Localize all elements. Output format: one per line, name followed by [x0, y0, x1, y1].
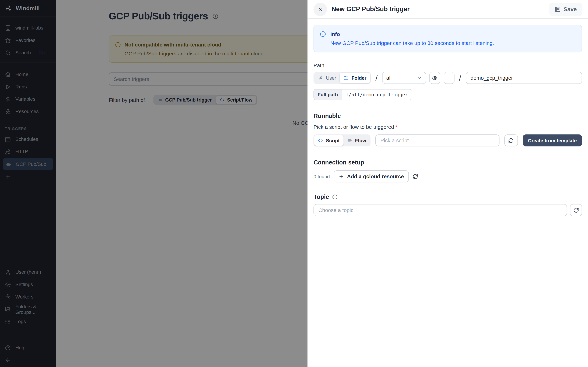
- kind-flow-label: Flow: [355, 138, 366, 143]
- plus-icon: [339, 174, 344, 179]
- close-icon: [318, 7, 323, 12]
- trigger-name-input[interactable]: [466, 72, 582, 84]
- drawer-header: New GCP Pub/Sub trigger Save: [307, 0, 588, 19]
- info-circle-icon[interactable]: [332, 194, 338, 200]
- refresh-icon: [508, 138, 514, 143]
- folder-icon: [344, 75, 349, 81]
- kind-script-option[interactable]: Script: [314, 135, 344, 146]
- info-banner: Info New GCP Pub/Sub trigger can take up…: [313, 25, 582, 52]
- runnable-title: Runnable: [313, 113, 582, 119]
- drawer-title: New GCP Pub/Sub trigger: [331, 5, 410, 13]
- owner-user-option[interactable]: User: [314, 73, 340, 83]
- refresh-script-button[interactable]: [504, 134, 518, 146]
- windmill-app: Windmill windmill-labs Favorites Search …: [0, 0, 588, 367]
- info-title: Info: [330, 31, 340, 37]
- choose-topic-input[interactable]: [313, 204, 567, 216]
- close-button[interactable]: [313, 2, 327, 16]
- create-from-template-button[interactable]: Create from template: [523, 134, 582, 146]
- topic-header: Topic: [313, 194, 582, 200]
- owner-folder-label: Folder: [352, 75, 366, 81]
- plus-icon: [446, 75, 452, 81]
- owner-kind-toggle: User Folder: [313, 72, 371, 84]
- path-label: Path: [313, 62, 582, 68]
- view-folder-button[interactable]: [429, 72, 440, 84]
- full-path-value: f/all/demo_gcp_trigger: [342, 90, 412, 100]
- refresh-icon: [413, 174, 418, 179]
- required-mark: *: [395, 124, 397, 130]
- flow-bars-icon: [347, 138, 353, 143]
- connection-row: 0 found Add a gcloud resource: [313, 170, 582, 183]
- runnable-kind-toggle: Script Flow: [313, 134, 371, 146]
- refresh-icon: [573, 207, 579, 213]
- path-row: User Folder / all /: [313, 72, 582, 84]
- drawer-body: Info New GCP Pub/Sub trigger can take up…: [307, 25, 588, 216]
- user-icon: [318, 75, 323, 81]
- add-gcloud-resource-label: Add a gcloud resource: [347, 173, 404, 179]
- save-icon: [554, 6, 561, 12]
- kind-flow-option[interactable]: Flow: [344, 135, 370, 146]
- path-separator: /: [375, 73, 378, 82]
- owner-folder-option[interactable]: Folder: [340, 73, 370, 83]
- runnable-row: Script Flow Create from template: [313, 134, 582, 146]
- topic-row: [313, 204, 582, 216]
- topic-title: Topic: [313, 194, 329, 200]
- chevron-down-icon: [417, 75, 422, 80]
- folder-select[interactable]: all: [382, 72, 426, 84]
- full-path-badge: Full path f/all/demo_gcp_trigger: [313, 89, 412, 100]
- info-body: New GCP Pub/Sub trigger can take up to 3…: [330, 40, 576, 46]
- resources-found-count: 0 found: [313, 174, 330, 179]
- folder-select-value: all: [386, 75, 391, 81]
- save-button[interactable]: Save: [549, 2, 582, 16]
- kind-script-label: Script: [326, 138, 340, 143]
- add-gcloud-resource-button[interactable]: Add a gcloud resource: [334, 170, 409, 183]
- add-folder-button[interactable]: [444, 72, 454, 84]
- connection-title: Connection setup: [313, 159, 582, 166]
- path-separator: /: [459, 73, 461, 82]
- full-path-label: Full path: [314, 90, 342, 100]
- info-circle-icon: [320, 31, 326, 37]
- refresh-topics-button[interactable]: [570, 204, 582, 216]
- refresh-resources-button[interactable]: [413, 174, 418, 179]
- owner-user-label: User: [326, 75, 336, 81]
- code-icon: [318, 138, 323, 143]
- pick-script-input[interactable]: [376, 134, 500, 146]
- save-label: Save: [564, 6, 577, 12]
- eye-icon: [432, 75, 438, 81]
- runnable-hint: Pick a script or flow to be triggered*: [313, 124, 582, 130]
- runnable-hint-text: Pick a script or flow to be triggered: [313, 124, 394, 130]
- new-trigger-drawer: New GCP Pub/Sub trigger Save Info New GC…: [307, 0, 588, 367]
